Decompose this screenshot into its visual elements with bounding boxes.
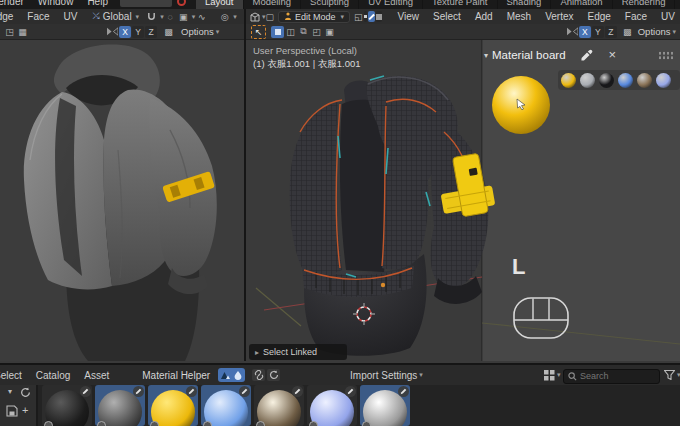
edit-pencil-badge[interactable] <box>133 386 144 397</box>
swatch-pearl[interactable] <box>637 73 652 88</box>
gizmo-toggle-icon[interactable]: ▦ <box>16 26 29 38</box>
search-input[interactable] <box>580 371 650 381</box>
mirror-z-button[interactable]: Z <box>605 26 617 38</box>
options-dropdown[interactable]: Options ▾ <box>638 26 676 37</box>
edit-pencil-badge[interactable] <box>345 386 356 397</box>
edge-select-mode-button[interactable] <box>368 11 375 22</box>
shader-triangle-icon[interactable] <box>220 370 231 380</box>
display-mode-dropdown[interactable]: ▾ <box>544 370 561 381</box>
viewport-shading-icon[interactable]: ▢ <box>266 11 275 23</box>
editor-divider[interactable] <box>244 9 246 361</box>
select-mode-extend-icon[interactable]: ◫ <box>284 26 297 38</box>
tab-rendering[interactable]: Rendering <box>613 0 676 9</box>
select-mode-subtract-icon[interactable]: ⧉ <box>297 26 310 38</box>
paint-drop-icon[interactable] <box>233 370 243 380</box>
material-tile-gray[interactable] <box>95 385 145 426</box>
pivot-icon[interactable]: ◎ <box>218 11 231 23</box>
orientation-dropdown[interactable]: Global ▾ <box>100 11 139 22</box>
select-mode-invert-icon[interactable]: ◰ <box>310 26 323 38</box>
swatch-yellow[interactable] <box>561 73 576 88</box>
edit-pencil-badge[interactable] <box>186 386 197 397</box>
viewport-left[interactable] <box>0 40 244 361</box>
snap-target-icon[interactable]: ▣ <box>177 11 190 23</box>
material-tile-yellow[interactable] <box>148 385 198 426</box>
snap-magnet-icon[interactable] <box>145 11 158 23</box>
proportional-editing-icon[interactable]: ◌ <box>164 11 177 23</box>
menu-catalog[interactable]: Catalog <box>29 370 77 381</box>
swatch-blue[interactable] <box>618 73 633 88</box>
record-icon[interactable] <box>177 0 186 6</box>
material-tile-sky-blue[interactable] <box>201 385 251 426</box>
chevron-down-icon[interactable]: ▾ <box>8 387 12 396</box>
menu-face[interactable]: Face <box>618 11 654 22</box>
editor-type-icon[interactable] <box>250 11 260 23</box>
tab-layout[interactable]: Layout <box>196 0 244 9</box>
material-tile-black[interactable] <box>42 385 92 426</box>
material-preview-sphere[interactable] <box>492 76 550 134</box>
active-tool-select-box-icon[interactable]: ↖ <box>251 25 266 39</box>
menu-asset[interactable]: Asset <box>77 370 116 381</box>
tab-compositing[interactable]: Compositing <box>675 0 680 9</box>
menu-help[interactable]: Help <box>80 0 115 7</box>
mirror-z-button[interactable]: Z <box>145 26 157 38</box>
snap-blend-icon[interactable]: ▩ <box>162 26 175 38</box>
refresh-icon[interactable] <box>267 369 280 381</box>
swatch-lavender[interactable] <box>656 73 671 88</box>
edit-pencil-badge[interactable] <box>292 386 303 397</box>
save-icon[interactable] <box>6 405 18 417</box>
chevron-down-icon[interactable]: ▾ <box>484 51 488 60</box>
menu-uv[interactable]: UV <box>654 11 680 22</box>
edit-pencil-badge[interactable] <box>239 386 250 397</box>
edit-pencil-badge[interactable] <box>80 386 91 397</box>
menu-window[interactable]: Window <box>31 0 81 7</box>
material-tile-chrome[interactable] <box>360 385 410 426</box>
menu-render[interactable]: Render <box>0 0 31 7</box>
options-dropdown[interactable]: Options ▾ <box>181 26 219 37</box>
add-asset-button[interactable]: + <box>22 404 28 416</box>
face-select-mode-button[interactable] <box>376 11 382 22</box>
xray-toggle-icon[interactable]: ◱ <box>354 11 363 23</box>
refresh-icon[interactable] <box>20 387 31 398</box>
mirror-x-button[interactable]: X <box>119 26 131 38</box>
mirror-x-button[interactable]: X <box>579 26 591 38</box>
swatch-black[interactable] <box>599 73 614 88</box>
material-tile-lavender[interactable] <box>307 385 357 426</box>
menu-select[interactable]: Select <box>426 11 468 22</box>
menu-uv[interactable]: UV <box>57 11 85 22</box>
select-linked-panel[interactable]: ▸ Select Linked <box>249 344 347 360</box>
mirror-y-button[interactable]: Y <box>592 26 604 38</box>
menu-select[interactable]: Select <box>0 370 29 381</box>
menu-add[interactable]: Add <box>468 11 500 22</box>
filter-dropdown[interactable]: ▾ <box>664 370 680 380</box>
menu-vertex[interactable]: Vertex <box>538 11 580 22</box>
mode-dropdown[interactable]: Edit Mode ▾ <box>278 11 350 23</box>
addon-button[interactable] <box>120 0 172 7</box>
tab-shading[interactable]: Shading <box>498 0 552 9</box>
close-icon[interactable]: × <box>609 50 617 60</box>
select-mode-intersect-icon[interactable]: ▣ <box>323 26 336 38</box>
search-box[interactable] <box>563 369 660 384</box>
menu-edge[interactable]: Edge <box>581 11 618 22</box>
tab-texture-paint[interactable]: Texture Paint <box>423 0 497 9</box>
tab-animation[interactable]: Animation <box>551 0 612 9</box>
falloff-curve-icon[interactable]: ∿ <box>195 11 208 23</box>
menu-face[interactable]: Face <box>20 11 56 22</box>
menu-edge[interactable]: Edge <box>0 11 20 22</box>
vertex-select-mode-button[interactable] <box>364 11 367 22</box>
eyedropper-icon[interactable] <box>580 49 593 62</box>
edit-pencil-badge[interactable] <box>398 386 409 397</box>
material-tile-pearl[interactable] <box>254 385 304 426</box>
snap-blend-icon[interactable]: ▩ <box>621 26 634 38</box>
viewport-right[interactable]: User Perspective (Local) (1) 衣服1.001 | 衣… <box>246 40 680 361</box>
overlay-toggle-icon[interactable]: ◳ <box>3 26 16 38</box>
mirror-y-button[interactable]: Y <box>132 26 144 38</box>
tab-sculpting[interactable]: Sculpting <box>301 0 359 9</box>
drag-handle-dots[interactable] <box>658 51 674 60</box>
tab-uv-editing[interactable]: UV Editing <box>359 0 423 9</box>
tab-modeling[interactable]: Modeling <box>244 0 302 9</box>
select-mode-set-icon[interactable] <box>271 26 284 38</box>
link-icon[interactable] <box>252 369 265 381</box>
menu-mesh[interactable]: Mesh <box>500 11 538 22</box>
import-settings-dropdown[interactable]: Import Settings ▾ <box>350 370 423 381</box>
swatch-silver[interactable] <box>580 73 595 88</box>
